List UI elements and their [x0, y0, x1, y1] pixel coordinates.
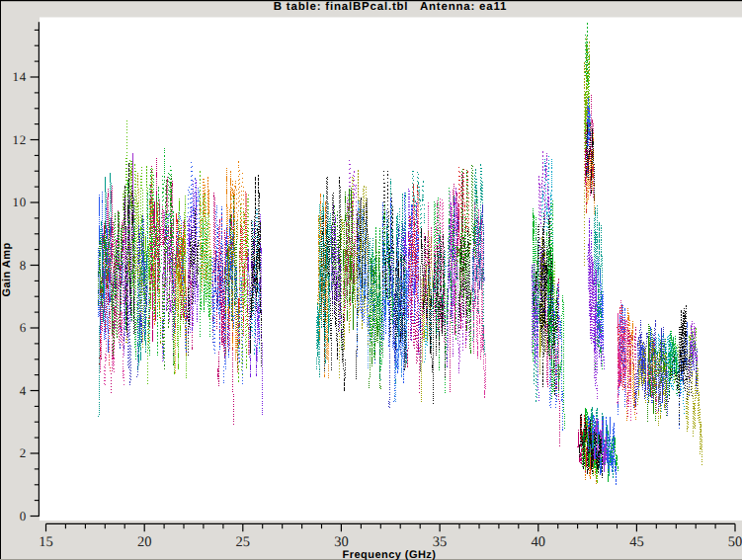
svg-text:8: 8	[20, 258, 27, 273]
svg-text:30: 30	[334, 534, 349, 550]
svg-text:10: 10	[12, 195, 27, 209]
svg-text:15: 15	[39, 534, 53, 550]
svg-text:35: 35	[433, 534, 448, 550]
svg-text:50: 50	[728, 534, 742, 550]
svg-text:B table: finalBPcal.tbl Ante: B table: finalBPcal.tbl Antenna: ea11	[274, 1, 508, 13]
svg-text:6: 6	[20, 320, 27, 335]
svg-text:12: 12	[12, 132, 27, 147]
svg-text:Gain Amp: Gain Amp	[1, 242, 13, 296]
svg-text:14: 14	[12, 69, 27, 84]
svg-text:Frequency (GHz): Frequency (GHz)	[343, 549, 437, 560]
svg-text:4: 4	[20, 383, 27, 398]
svg-text:20: 20	[137, 534, 152, 550]
svg-text:40: 40	[532, 534, 546, 550]
svg-text:25: 25	[236, 534, 251, 550]
svg-text:0: 0	[20, 509, 27, 523]
svg-text:45: 45	[629, 534, 644, 550]
svg-text:2: 2	[20, 445, 27, 460]
